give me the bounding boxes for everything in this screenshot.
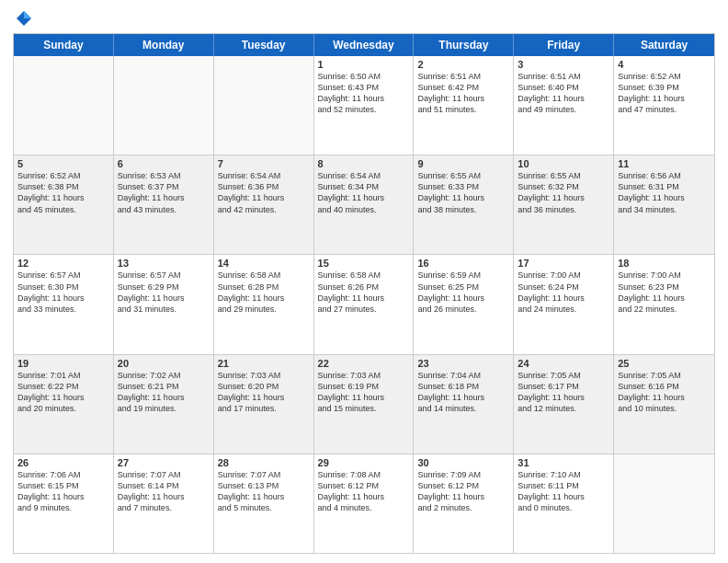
calendar-row: 19Sunrise: 7:01 AM Sunset: 6:22 PM Dayli…: [14, 355, 714, 454]
day-number: 13: [118, 258, 210, 269]
day-info: Sunrise: 7:03 AM Sunset: 6:20 PM Dayligh…: [218, 370, 310, 415]
weekday-header: Saturday: [614, 34, 714, 56]
day-info: Sunrise: 6:55 AM Sunset: 6:33 PM Dayligh…: [417, 170, 509, 215]
calendar-cell: 10Sunrise: 6:55 AM Sunset: 6:32 PM Dayli…: [514, 155, 614, 254]
weekday-header: Monday: [114, 34, 214, 56]
day-number: 15: [318, 258, 410, 269]
day-info: Sunrise: 7:02 AM Sunset: 6:21 PM Dayligh…: [118, 370, 210, 415]
day-number: 23: [417, 358, 509, 369]
day-info: Sunrise: 6:56 AM Sunset: 6:31 PM Dayligh…: [618, 170, 711, 215]
calendar-cell: 26Sunrise: 7:06 AM Sunset: 6:15 PM Dayli…: [14, 454, 114, 553]
day-info: Sunrise: 7:04 AM Sunset: 6:18 PM Dayligh…: [417, 370, 509, 415]
calendar-cell: 11Sunrise: 6:56 AM Sunset: 6:31 PM Dayli…: [614, 155, 714, 254]
calendar-cell: 14Sunrise: 6:58 AM Sunset: 6:28 PM Dayli…: [214, 255, 314, 353]
calendar-cell: 7Sunrise: 6:54 AM Sunset: 6:36 PM Daylig…: [214, 155, 314, 254]
calendar-cell: 12Sunrise: 6:57 AM Sunset: 6:30 PM Dayli…: [14, 255, 114, 353]
day-number: 10: [518, 158, 609, 169]
calendar-cell: 8Sunrise: 6:54 AM Sunset: 6:34 PM Daylig…: [314, 155, 415, 254]
calendar-cell: 2Sunrise: 6:51 AM Sunset: 6:42 PM Daylig…: [414, 56, 514, 155]
calendar-cell: 3Sunrise: 6:51 AM Sunset: 6:40 PM Daylig…: [514, 56, 614, 155]
day-number: 20: [118, 358, 210, 369]
day-number: 8: [318, 158, 410, 169]
calendar-cell: 19Sunrise: 7:01 AM Sunset: 6:22 PM Dayli…: [14, 355, 114, 454]
calendar-cell: 4Sunrise: 6:52 AM Sunset: 6:39 PM Daylig…: [614, 56, 714, 155]
day-info: Sunrise: 6:52 AM Sunset: 6:38 PM Dayligh…: [17, 170, 109, 215]
calendar-cell: [114, 56, 214, 155]
day-number: 9: [417, 158, 509, 169]
day-number: 31: [518, 457, 609, 468]
day-number: 26: [17, 457, 109, 468]
day-number: 30: [417, 457, 509, 468]
day-number: 21: [218, 358, 310, 369]
day-number: 3: [518, 59, 609, 70]
day-info: Sunrise: 6:52 AM Sunset: 6:39 PM Dayligh…: [618, 71, 711, 116]
page: SundayMondayTuesdayWednesdayThursdayFrid…: [0, 0, 728, 563]
day-info: Sunrise: 6:58 AM Sunset: 6:26 PM Dayligh…: [318, 270, 410, 315]
day-number: 7: [218, 158, 310, 169]
day-number: 29: [318, 457, 410, 468]
day-number: 24: [518, 358, 609, 369]
day-number: 28: [218, 457, 310, 468]
weekday-header: Wednesday: [314, 34, 415, 56]
day-info: Sunrise: 7:08 AM Sunset: 6:12 PM Dayligh…: [318, 469, 410, 514]
calendar-cell: 29Sunrise: 7:08 AM Sunset: 6:12 PM Dayli…: [314, 454, 415, 553]
calendar-body: 1Sunrise: 6:50 AM Sunset: 6:43 PM Daylig…: [14, 56, 714, 553]
calendar-cell: 27Sunrise: 7:07 AM Sunset: 6:14 PM Dayli…: [114, 454, 214, 553]
logo: [13, 9, 33, 28]
day-number: 11: [618, 158, 711, 169]
day-info: Sunrise: 7:06 AM Sunset: 6:15 PM Dayligh…: [17, 469, 109, 514]
header: [13, 9, 715, 28]
calendar-cell: 17Sunrise: 7:00 AM Sunset: 6:24 PM Dayli…: [514, 255, 614, 353]
calendar-cell: [614, 454, 714, 553]
day-info: Sunrise: 6:55 AM Sunset: 6:32 PM Dayligh…: [518, 170, 609, 215]
calendar-cell: [214, 56, 314, 155]
day-number: 6: [118, 158, 210, 169]
calendar-row: 5Sunrise: 6:52 AM Sunset: 6:38 PM Daylig…: [14, 155, 714, 255]
day-info: Sunrise: 6:54 AM Sunset: 6:36 PM Dayligh…: [218, 170, 310, 215]
day-info: Sunrise: 7:07 AM Sunset: 6:14 PM Dayligh…: [118, 469, 210, 514]
day-info: Sunrise: 6:50 AM Sunset: 6:43 PM Dayligh…: [318, 71, 410, 116]
day-info: Sunrise: 7:03 AM Sunset: 6:19 PM Dayligh…: [318, 370, 410, 415]
weekday-header: Friday: [514, 34, 614, 56]
weekday-header: Tuesday: [214, 34, 314, 56]
day-info: Sunrise: 7:00 AM Sunset: 6:24 PM Dayligh…: [518, 270, 609, 315]
day-info: Sunrise: 7:10 AM Sunset: 6:11 PM Dayligh…: [518, 469, 609, 514]
day-info: Sunrise: 6:51 AM Sunset: 6:42 PM Dayligh…: [417, 71, 509, 116]
day-info: Sunrise: 7:05 AM Sunset: 6:16 PM Dayligh…: [618, 370, 711, 415]
calendar-cell: 20Sunrise: 7:02 AM Sunset: 6:21 PM Dayli…: [114, 355, 214, 454]
day-number: 17: [518, 258, 609, 269]
day-number: 5: [17, 158, 109, 169]
calendar-row: 26Sunrise: 7:06 AM Sunset: 6:15 PM Dayli…: [14, 454, 714, 553]
day-info: Sunrise: 6:58 AM Sunset: 6:28 PM Dayligh…: [218, 270, 310, 315]
calendar-header: SundayMondayTuesdayWednesdayThursdayFrid…: [14, 34, 714, 56]
calendar-cell: 9Sunrise: 6:55 AM Sunset: 6:33 PM Daylig…: [414, 155, 514, 254]
day-number: 14: [218, 258, 310, 269]
calendar-cell: 31Sunrise: 7:10 AM Sunset: 6:11 PM Dayli…: [514, 454, 614, 553]
day-info: Sunrise: 6:53 AM Sunset: 6:37 PM Dayligh…: [118, 170, 210, 215]
svg-marker-1: [24, 11, 31, 18]
calendar-cell: 15Sunrise: 6:58 AM Sunset: 6:26 PM Dayli…: [314, 255, 415, 353]
calendar-cell: [14, 56, 114, 155]
calendar-cell: 13Sunrise: 6:57 AM Sunset: 6:29 PM Dayli…: [114, 255, 214, 353]
day-number: 1: [318, 59, 410, 70]
day-info: Sunrise: 6:57 AM Sunset: 6:30 PM Dayligh…: [17, 270, 109, 315]
day-info: Sunrise: 7:07 AM Sunset: 6:13 PM Dayligh…: [218, 469, 310, 514]
day-number: 2: [417, 59, 509, 70]
day-info: Sunrise: 6:57 AM Sunset: 6:29 PM Dayligh…: [118, 270, 210, 315]
day-number: 19: [17, 358, 109, 369]
day-number: 18: [618, 258, 711, 269]
calendar-cell: 24Sunrise: 7:05 AM Sunset: 6:17 PM Dayli…: [514, 355, 614, 454]
calendar-cell: 21Sunrise: 7:03 AM Sunset: 6:20 PM Dayli…: [214, 355, 314, 454]
day-number: 16: [417, 258, 509, 269]
day-info: Sunrise: 7:09 AM Sunset: 6:12 PM Dayligh…: [417, 469, 509, 514]
calendar-cell: 6Sunrise: 6:53 AM Sunset: 6:37 PM Daylig…: [114, 155, 214, 254]
calendar-cell: 22Sunrise: 7:03 AM Sunset: 6:19 PM Dayli…: [314, 355, 415, 454]
calendar: SundayMondayTuesdayWednesdayThursdayFrid…: [13, 33, 715, 554]
calendar-cell: 5Sunrise: 6:52 AM Sunset: 6:38 PM Daylig…: [14, 155, 114, 254]
calendar-cell: 23Sunrise: 7:04 AM Sunset: 6:18 PM Dayli…: [414, 355, 514, 454]
day-info: Sunrise: 6:59 AM Sunset: 6:25 PM Dayligh…: [417, 270, 509, 315]
day-info: Sunrise: 7:00 AM Sunset: 6:23 PM Dayligh…: [618, 270, 711, 315]
calendar-row: 12Sunrise: 6:57 AM Sunset: 6:30 PM Dayli…: [14, 255, 714, 354]
day-number: 25: [618, 358, 711, 369]
day-number: 27: [118, 457, 210, 468]
